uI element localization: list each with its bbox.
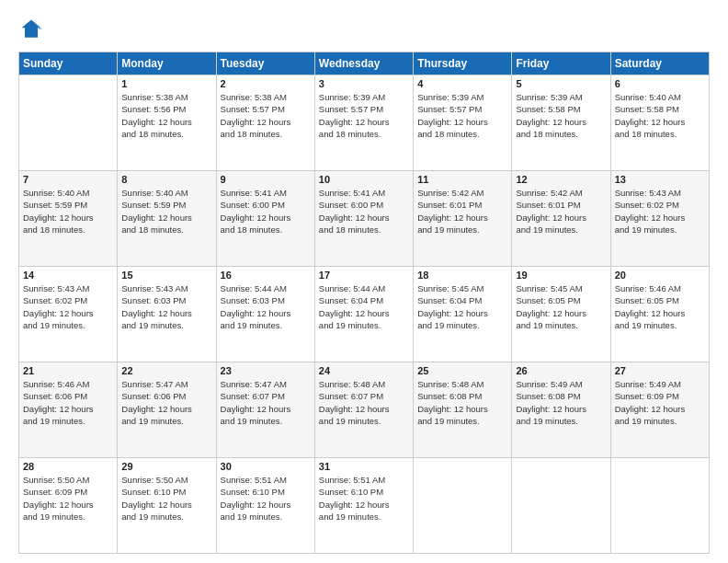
calendar-day-cell <box>19 75 118 171</box>
calendar-day-cell: 31Sunrise: 5:51 AM Sunset: 6:10 PM Dayli… <box>314 458 413 554</box>
day-number: 16 <box>221 270 311 281</box>
day-info: Sunrise: 5:51 AM Sunset: 6:10 PM Dayligh… <box>221 474 311 523</box>
calendar-day-header: Saturday <box>610 52 709 75</box>
day-info: Sunrise: 5:43 AM Sunset: 6:02 PM Dayligh… <box>23 282 113 331</box>
day-number: 24 <box>319 365 409 376</box>
calendar-day-cell: 5Sunrise: 5:39 AM Sunset: 5:58 PM Daylig… <box>512 75 610 171</box>
day-number: 7 <box>23 174 113 185</box>
day-info: Sunrise: 5:39 AM Sunset: 5:58 PM Dayligh… <box>516 91 606 140</box>
day-number: 4 <box>417 78 507 89</box>
day-number: 18 <box>417 270 507 281</box>
calendar-day-cell: 17Sunrise: 5:44 AM Sunset: 6:04 PM Dayli… <box>314 267 413 362</box>
day-number: 10 <box>319 174 409 185</box>
calendar-day-cell: 4Sunrise: 5:39 AM Sunset: 5:57 PM Daylig… <box>414 75 512 171</box>
day-number: 28 <box>23 461 113 472</box>
calendar-day-cell: 12Sunrise: 5:42 AM Sunset: 6:01 PM Dayli… <box>512 171 610 267</box>
calendar-day-cell: 23Sunrise: 5:47 AM Sunset: 6:07 PM Dayli… <box>216 362 314 458</box>
calendar-day-cell: 16Sunrise: 5:44 AM Sunset: 6:03 PM Dayli… <box>216 267 314 362</box>
calendar-week-row: 14Sunrise: 5:43 AM Sunset: 6:02 PM Dayli… <box>19 267 710 362</box>
calendar-day-header: Wednesday <box>314 52 413 75</box>
calendar-day-cell: 18Sunrise: 5:45 AM Sunset: 6:04 PM Dayli… <box>414 267 512 362</box>
day-number: 6 <box>615 78 705 89</box>
calendar-table: SundayMondayTuesdayWednesdayThursdayFrid… <box>18 52 710 554</box>
day-info: Sunrise: 5:40 AM Sunset: 5:59 PM Dayligh… <box>121 187 211 236</box>
day-number: 19 <box>516 270 606 281</box>
calendar-day-cell: 30Sunrise: 5:51 AM Sunset: 6:10 PM Dayli… <box>216 458 314 554</box>
calendar-day-header: Friday <box>512 52 610 75</box>
calendar-day-cell: 15Sunrise: 5:43 AM Sunset: 6:03 PM Dayli… <box>118 267 216 362</box>
calendar-day-cell: 20Sunrise: 5:46 AM Sunset: 6:05 PM Dayli… <box>610 267 709 362</box>
calendar-day-cell: 24Sunrise: 5:48 AM Sunset: 6:07 PM Dayli… <box>314 362 413 458</box>
day-number: 15 <box>121 270 211 281</box>
day-number: 31 <box>319 461 409 472</box>
calendar-day-cell: 6Sunrise: 5:40 AM Sunset: 5:58 PM Daylig… <box>610 75 709 171</box>
day-number: 25 <box>417 365 507 376</box>
calendar-day-cell <box>610 458 709 554</box>
day-info: Sunrise: 5:38 AM Sunset: 5:57 PM Dayligh… <box>221 91 311 140</box>
day-info: Sunrise: 5:41 AM Sunset: 6:00 PM Dayligh… <box>319 187 409 236</box>
day-number: 1 <box>121 78 211 89</box>
calendar-day-cell: 7Sunrise: 5:40 AM Sunset: 5:59 PM Daylig… <box>19 171 118 267</box>
day-number: 22 <box>121 365 211 376</box>
calendar-day-cell: 2Sunrise: 5:38 AM Sunset: 5:57 PM Daylig… <box>216 75 314 171</box>
day-info: Sunrise: 5:44 AM Sunset: 6:04 PM Dayligh… <box>319 282 409 331</box>
calendar-day-cell: 13Sunrise: 5:43 AM Sunset: 6:02 PM Dayli… <box>610 171 709 267</box>
day-number: 8 <box>121 174 211 185</box>
calendar-week-row: 28Sunrise: 5:50 AM Sunset: 6:09 PM Dayli… <box>19 458 710 554</box>
day-info: Sunrise: 5:40 AM Sunset: 5:59 PM Dayligh… <box>23 187 113 236</box>
day-info: Sunrise: 5:46 AM Sunset: 6:06 PM Dayligh… <box>23 378 113 427</box>
day-info: Sunrise: 5:51 AM Sunset: 6:10 PM Dayligh… <box>319 474 409 523</box>
calendar-day-header: Thursday <box>414 52 512 75</box>
calendar-header-row: SundayMondayTuesdayWednesdayThursdayFrid… <box>19 52 710 75</box>
calendar-day-cell: 14Sunrise: 5:43 AM Sunset: 6:02 PM Dayli… <box>19 267 118 362</box>
day-number: 20 <box>615 270 705 281</box>
calendar-day-cell: 11Sunrise: 5:42 AM Sunset: 6:01 PM Dayli… <box>414 171 512 267</box>
calendar-week-row: 7Sunrise: 5:40 AM Sunset: 5:59 PM Daylig… <box>19 171 710 267</box>
day-number: 12 <box>516 174 606 185</box>
calendar-day-cell: 26Sunrise: 5:49 AM Sunset: 6:08 PM Dayli… <box>512 362 610 458</box>
calendar-day-cell: 3Sunrise: 5:39 AM Sunset: 5:57 PM Daylig… <box>314 75 413 171</box>
day-info: Sunrise: 5:47 AM Sunset: 6:07 PM Dayligh… <box>221 378 311 427</box>
day-number: 5 <box>516 78 606 89</box>
calendar-day-cell: 9Sunrise: 5:41 AM Sunset: 6:00 PM Daylig… <box>216 171 314 267</box>
day-number: 29 <box>121 461 211 472</box>
day-info: Sunrise: 5:50 AM Sunset: 6:09 PM Dayligh… <box>23 474 113 523</box>
calendar-day-cell <box>512 458 610 554</box>
calendar-day-cell: 8Sunrise: 5:40 AM Sunset: 5:59 PM Daylig… <box>118 171 216 267</box>
calendar-day-cell: 29Sunrise: 5:50 AM Sunset: 6:10 PM Dayli… <box>118 458 216 554</box>
calendar-day-cell: 25Sunrise: 5:48 AM Sunset: 6:08 PM Dayli… <box>414 362 512 458</box>
day-info: Sunrise: 5:39 AM Sunset: 5:57 PM Dayligh… <box>319 91 409 140</box>
day-number: 21 <box>23 365 113 376</box>
day-number: 14 <box>23 270 113 281</box>
day-info: Sunrise: 5:49 AM Sunset: 6:08 PM Dayligh… <box>516 378 606 427</box>
day-info: Sunrise: 5:40 AM Sunset: 5:58 PM Dayligh… <box>615 91 705 140</box>
day-info: Sunrise: 5:48 AM Sunset: 6:07 PM Dayligh… <box>319 378 409 427</box>
day-number: 23 <box>221 365 311 376</box>
day-number: 26 <box>516 365 606 376</box>
calendar-day-cell: 1Sunrise: 5:38 AM Sunset: 5:56 PM Daylig… <box>118 75 216 171</box>
calendar-day-header: Sunday <box>19 52 118 75</box>
calendar-day-cell <box>414 458 512 554</box>
calendar-day-cell: 28Sunrise: 5:50 AM Sunset: 6:09 PM Dayli… <box>19 458 118 554</box>
day-info: Sunrise: 5:42 AM Sunset: 6:01 PM Dayligh… <box>417 187 507 236</box>
day-info: Sunrise: 5:43 AM Sunset: 6:02 PM Dayligh… <box>615 187 705 236</box>
header <box>18 17 710 42</box>
calendar-week-row: 21Sunrise: 5:46 AM Sunset: 6:06 PM Dayli… <box>19 362 710 458</box>
day-number: 27 <box>615 365 705 376</box>
day-info: Sunrise: 5:50 AM Sunset: 6:10 PM Dayligh… <box>121 474 211 523</box>
day-info: Sunrise: 5:47 AM Sunset: 6:06 PM Dayligh… <box>121 378 211 427</box>
day-info: Sunrise: 5:48 AM Sunset: 6:08 PM Dayligh… <box>417 378 507 427</box>
day-info: Sunrise: 5:41 AM Sunset: 6:00 PM Dayligh… <box>221 187 311 236</box>
day-info: Sunrise: 5:42 AM Sunset: 6:01 PM Dayligh… <box>516 187 606 236</box>
day-number: 13 <box>615 174 705 185</box>
day-info: Sunrise: 5:49 AM Sunset: 6:09 PM Dayligh… <box>615 378 705 427</box>
day-number: 11 <box>417 174 507 185</box>
calendar-day-header: Tuesday <box>216 52 314 75</box>
day-info: Sunrise: 5:43 AM Sunset: 6:03 PM Dayligh… <box>121 282 211 331</box>
day-number: 9 <box>221 174 311 185</box>
day-info: Sunrise: 5:45 AM Sunset: 6:05 PM Dayligh… <box>516 282 606 331</box>
day-number: 17 <box>319 270 409 281</box>
day-number: 2 <box>221 78 311 89</box>
calendar-week-row: 1Sunrise: 5:38 AM Sunset: 5:56 PM Daylig… <box>19 75 710 171</box>
day-info: Sunrise: 5:44 AM Sunset: 6:03 PM Dayligh… <box>221 282 311 331</box>
